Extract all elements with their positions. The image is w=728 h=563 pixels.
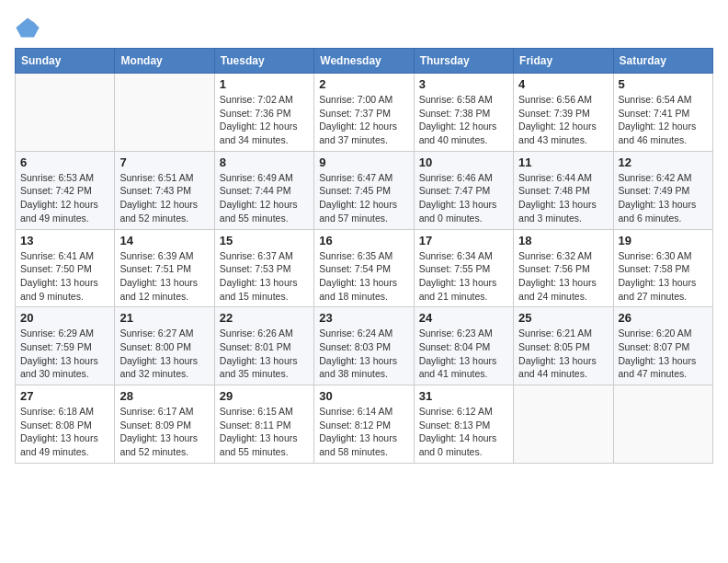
day-number: 9: [319, 155, 408, 169]
calendar-cell: 7Sunrise: 6:51 AM Sunset: 7:43 PM Daylig…: [115, 151, 214, 229]
day-number: 23: [319, 311, 408, 325]
day-info: Sunrise: 6:46 AM Sunset: 7:47 PM Dayligh…: [419, 171, 508, 225]
calendar-header-row: SundayMondayTuesdayWednesdayThursdayFrid…: [16, 49, 713, 74]
calendar-cell: 24Sunrise: 6:23 AM Sunset: 8:04 PM Dayli…: [414, 307, 513, 385]
day-number: 29: [220, 389, 309, 403]
day-info: Sunrise: 6:49 AM Sunset: 7:44 PM Dayligh…: [220, 171, 309, 225]
day-info: Sunrise: 6:44 AM Sunset: 7:48 PM Dayligh…: [518, 171, 608, 225]
calendar-cell: 18Sunrise: 6:32 AM Sunset: 7:56 PM Dayli…: [514, 229, 613, 307]
calendar-week-row: 1Sunrise: 7:02 AM Sunset: 7:36 PM Daylig…: [16, 74, 713, 152]
page-header: [15, 15, 713, 40]
calendar-cell: 11Sunrise: 6:44 AM Sunset: 7:48 PM Dayli…: [514, 151, 613, 229]
day-number: 2: [319, 77, 408, 91]
day-number: 7: [119, 155, 209, 169]
day-info: Sunrise: 6:29 AM Sunset: 7:59 PM Dayligh…: [20, 327, 109, 381]
day-info: Sunrise: 7:00 AM Sunset: 7:37 PM Dayligh…: [319, 93, 408, 147]
day-number: 28: [119, 389, 209, 403]
calendar-table: SundayMondayTuesdayWednesdayThursdayFrid…: [15, 48, 713, 464]
calendar-cell: [115, 74, 214, 152]
day-info: Sunrise: 6:37 AM Sunset: 7:53 PM Dayligh…: [220, 249, 309, 304]
day-info: Sunrise: 6:15 AM Sunset: 8:11 PM Dayligh…: [220, 405, 309, 459]
calendar-cell: 14Sunrise: 6:39 AM Sunset: 7:51 PM Dayli…: [115, 229, 214, 307]
day-number: 1: [220, 77, 309, 91]
calendar-cell: 17Sunrise: 6:34 AM Sunset: 7:55 PM Dayli…: [414, 229, 513, 307]
calendar-cell: [613, 385, 712, 464]
day-header-sunday: Sunday: [16, 49, 115, 74]
calendar-cell: 13Sunrise: 6:41 AM Sunset: 7:50 PM Dayli…: [16, 229, 115, 307]
day-header-friday: Friday: [514, 49, 613, 74]
day-number: 18: [518, 234, 608, 247]
day-info: Sunrise: 6:14 AM Sunset: 8:12 PM Dayligh…: [319, 405, 408, 459]
calendar-cell: 19Sunrise: 6:30 AM Sunset: 7:58 PM Dayli…: [613, 229, 712, 307]
day-number: 13: [20, 234, 109, 247]
day-info: Sunrise: 6:53 AM Sunset: 7:42 PM Dayligh…: [20, 171, 109, 225]
calendar-week-row: 13Sunrise: 6:41 AM Sunset: 7:50 PM Dayli…: [16, 229, 713, 307]
day-number: 3: [419, 77, 508, 91]
day-info: Sunrise: 6:32 AM Sunset: 7:56 PM Dayligh…: [518, 249, 608, 304]
day-info: Sunrise: 6:26 AM Sunset: 8:01 PM Dayligh…: [220, 327, 309, 381]
day-info: Sunrise: 6:24 AM Sunset: 8:03 PM Dayligh…: [319, 327, 408, 381]
day-number: 26: [619, 311, 708, 325]
day-info: Sunrise: 6:51 AM Sunset: 7:43 PM Dayligh…: [119, 171, 209, 225]
logo: [15, 15, 44, 40]
day-header-tuesday: Tuesday: [214, 49, 313, 74]
day-header-thursday: Thursday: [414, 49, 513, 74]
calendar-cell: 20Sunrise: 6:29 AM Sunset: 7:59 PM Dayli…: [16, 307, 115, 385]
svg-marker-0: [16, 18, 39, 38]
calendar-cell: 29Sunrise: 6:15 AM Sunset: 8:11 PM Dayli…: [214, 385, 313, 464]
day-info: Sunrise: 6:54 AM Sunset: 7:41 PM Dayligh…: [619, 93, 708, 147]
day-info: Sunrise: 6:20 AM Sunset: 8:07 PM Dayligh…: [619, 327, 708, 381]
day-info: Sunrise: 6:56 AM Sunset: 7:39 PM Dayligh…: [518, 93, 608, 147]
calendar-cell: 10Sunrise: 6:46 AM Sunset: 7:47 PM Dayli…: [414, 151, 513, 229]
day-number: 31: [419, 389, 508, 403]
day-number: 12: [619, 155, 708, 169]
day-number: 5: [619, 77, 708, 91]
day-info: Sunrise: 6:30 AM Sunset: 7:58 PM Dayligh…: [619, 249, 708, 304]
calendar-cell: 30Sunrise: 6:14 AM Sunset: 8:12 PM Dayli…: [314, 385, 414, 464]
day-number: 22: [220, 311, 309, 325]
day-info: Sunrise: 6:18 AM Sunset: 8:08 PM Dayligh…: [20, 405, 109, 459]
calendar-cell: 15Sunrise: 6:37 AM Sunset: 7:53 PM Dayli…: [214, 229, 313, 307]
day-number: 6: [20, 155, 109, 169]
day-header-wednesday: Wednesday: [314, 49, 414, 74]
day-info: Sunrise: 7:02 AM Sunset: 7:36 PM Dayligh…: [220, 93, 309, 147]
day-info: Sunrise: 6:47 AM Sunset: 7:45 PM Dayligh…: [319, 171, 408, 225]
day-number: 24: [419, 311, 508, 325]
day-number: 30: [319, 389, 408, 403]
day-info: Sunrise: 6:12 AM Sunset: 8:13 PM Dayligh…: [419, 405, 508, 459]
calendar-cell: 25Sunrise: 6:21 AM Sunset: 8:05 PM Dayli…: [514, 307, 613, 385]
calendar-cell: 2Sunrise: 7:00 AM Sunset: 7:37 PM Daylig…: [314, 74, 414, 152]
day-number: 17: [419, 234, 508, 247]
calendar-cell: 5Sunrise: 6:54 AM Sunset: 7:41 PM Daylig…: [613, 74, 712, 152]
calendar-cell: 31Sunrise: 6:12 AM Sunset: 8:13 PM Dayli…: [414, 385, 513, 464]
calendar-cell: 6Sunrise: 6:53 AM Sunset: 7:42 PM Daylig…: [16, 151, 115, 229]
day-number: 14: [119, 234, 209, 247]
day-info: Sunrise: 6:39 AM Sunset: 7:51 PM Dayligh…: [119, 249, 209, 304]
calendar-cell: 12Sunrise: 6:42 AM Sunset: 7:49 PM Dayli…: [613, 151, 712, 229]
day-info: Sunrise: 6:35 AM Sunset: 7:54 PM Dayligh…: [319, 249, 408, 304]
day-info: Sunrise: 6:41 AM Sunset: 7:50 PM Dayligh…: [20, 249, 109, 304]
day-header-monday: Monday: [115, 49, 214, 74]
calendar-cell: 3Sunrise: 6:58 AM Sunset: 7:38 PM Daylig…: [414, 74, 513, 152]
day-info: Sunrise: 6:21 AM Sunset: 8:05 PM Dayligh…: [518, 327, 608, 381]
day-number: 19: [619, 234, 708, 247]
calendar-cell: 26Sunrise: 6:20 AM Sunset: 8:07 PM Dayli…: [613, 307, 712, 385]
day-info: Sunrise: 6:58 AM Sunset: 7:38 PM Dayligh…: [419, 93, 508, 147]
day-number: 21: [119, 311, 209, 325]
calendar-cell: 1Sunrise: 7:02 AM Sunset: 7:36 PM Daylig…: [214, 74, 313, 152]
day-number: 25: [518, 311, 608, 325]
logo-icon: [15, 15, 40, 40]
calendar-cell: [16, 74, 115, 152]
day-number: 10: [419, 155, 508, 169]
calendar-cell: 28Sunrise: 6:17 AM Sunset: 8:09 PM Dayli…: [115, 385, 214, 464]
day-number: 27: [20, 389, 109, 403]
calendar-cell: 23Sunrise: 6:24 AM Sunset: 8:03 PM Dayli…: [314, 307, 414, 385]
calendar-cell: 4Sunrise: 6:56 AM Sunset: 7:39 PM Daylig…: [514, 74, 613, 152]
day-number: 16: [319, 234, 408, 247]
day-number: 15: [220, 234, 309, 247]
calendar-cell: 16Sunrise: 6:35 AM Sunset: 7:54 PM Dayli…: [314, 229, 414, 307]
calendar-week-row: 6Sunrise: 6:53 AM Sunset: 7:42 PM Daylig…: [16, 151, 713, 229]
calendar-cell: 27Sunrise: 6:18 AM Sunset: 8:08 PM Dayli…: [16, 385, 115, 464]
day-number: 20: [20, 311, 109, 325]
day-info: Sunrise: 6:42 AM Sunset: 7:49 PM Dayligh…: [619, 171, 708, 225]
